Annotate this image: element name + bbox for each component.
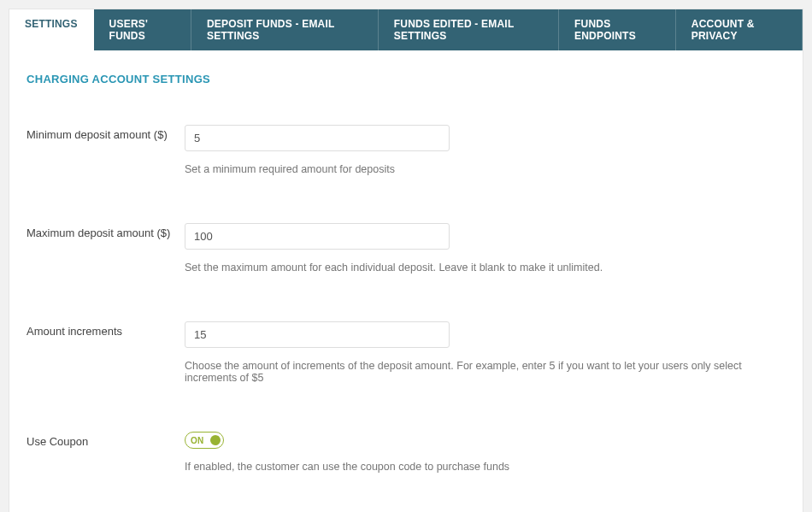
toggle-knob [210, 435, 221, 445]
tabs: SETTINGS USERS' FUNDS DEPOSIT FUNDS - EM… [9, 9, 803, 50]
settings-panel: SETTINGS USERS' FUNDS DEPOSIT FUNDS - EM… [9, 9, 803, 512]
help-min-deposit: Set a minimum required amount for deposi… [185, 163, 786, 175]
tab-funds-endpoints[interactable]: FUNDS ENDPOINTS [559, 9, 676, 50]
row-max-deposit: Maximum deposit amount ($) Set the maxim… [26, 223, 786, 274]
row-increments: Amount increments Choose the amount of i… [26, 321, 786, 384]
label-use-coupon: Use Coupon [26, 432, 185, 473]
tab-account-privacy[interactable]: ACCOUNT & PRIVACY [676, 9, 803, 50]
row-min-deposit: Minimum deposit amount ($) Set a minimum… [26, 125, 786, 175]
row-use-coupon: Use Coupon ON If enabled, the customer c… [26, 432, 786, 473]
tab-funds-edited-email[interactable]: FUNDS EDITED - EMAIL SETTINGS [379, 9, 559, 50]
toggle-use-coupon[interactable]: ON [185, 432, 224, 449]
tab-deposit-funds-email[interactable]: DEPOSIT FUNDS - EMAIL SETTINGS [191, 9, 379, 50]
tab-settings[interactable]: SETTINGS [9, 9, 94, 50]
help-use-coupon: If enabled, the customer can use the cou… [185, 461, 786, 473]
label-min-deposit: Minimum deposit amount ($) [26, 125, 185, 175]
input-min-deposit[interactable] [185, 125, 450, 151]
section-title: CHARGING ACCOUNT SETTINGS [26, 73, 786, 85]
help-increments: Choose the amount of increments of the d… [185, 360, 786, 384]
input-increments[interactable] [185, 321, 450, 348]
content: CHARGING ACCOUNT SETTINGS Minimum deposi… [9, 50, 803, 512]
help-max-deposit: Set the maximum amount for each individu… [185, 262, 786, 274]
label-increments: Amount increments [26, 321, 185, 384]
tab-users-funds[interactable]: USERS' FUNDS [94, 9, 191, 50]
label-max-deposit: Maximum deposit amount ($) [26, 223, 185, 274]
input-max-deposit[interactable] [185, 223, 450, 250]
toggle-state-text: ON [191, 436, 204, 445]
